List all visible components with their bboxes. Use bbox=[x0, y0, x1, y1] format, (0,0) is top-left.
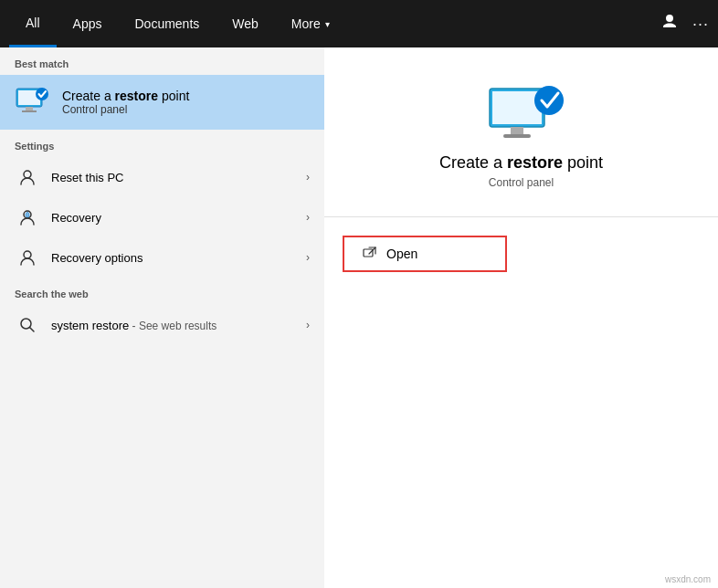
svg-rect-2 bbox=[26, 107, 33, 110]
svg-rect-11 bbox=[492, 91, 542, 124]
reset-pc-icon bbox=[15, 164, 40, 190]
tab-more-label: More bbox=[291, 16, 321, 31]
svg-point-5 bbox=[24, 171, 31, 178]
settings-label: Settings bbox=[0, 130, 324, 157]
right-actions: Open bbox=[324, 217, 718, 290]
best-match-item[interactable]: Create a restore point Control panel bbox=[0, 75, 324, 130]
settings-item-recovery[interactable]: Recovery › bbox=[0, 197, 324, 237]
open-icon bbox=[363, 247, 377, 261]
top-bar-right-icons: ··· bbox=[661, 14, 709, 34]
recovery-options-icon bbox=[15, 245, 40, 270]
svg-line-9 bbox=[30, 328, 35, 332]
right-top-section: Create a restore point Control panel bbox=[324, 47, 718, 217]
svg-rect-13 bbox=[503, 134, 531, 138]
recovery-options-label: Recovery options bbox=[51, 251, 306, 265]
tab-documents[interactable]: Documents bbox=[118, 0, 216, 47]
recovery-icon bbox=[15, 205, 40, 230]
chevron-right-icon: › bbox=[306, 171, 310, 184]
svg-point-4 bbox=[36, 88, 48, 100]
chevron-right-icon-2: › bbox=[306, 211, 310, 224]
best-match-subtitle: Control panel bbox=[62, 103, 189, 116]
web-search-text: system restore - See web results bbox=[51, 319, 306, 332]
right-panel: Create a restore point Control panel Ope… bbox=[324, 47, 718, 588]
recovery-label: Recovery bbox=[51, 211, 306, 225]
web-search-item[interactable]: system restore - See web results › bbox=[0, 305, 324, 345]
left-panel: Best match Create a restore point bbox=[0, 47, 324, 588]
settings-item-reset-pc[interactable]: Reset this PC › bbox=[0, 157, 324, 197]
chevron-down-icon: ▾ bbox=[325, 19, 330, 29]
tab-documents-label: Documents bbox=[134, 16, 199, 31]
watermark: wsxdn.com bbox=[665, 574, 711, 584]
best-match-title: Create a restore point bbox=[62, 89, 189, 103]
settings-item-recovery-options[interactable]: Recovery options › bbox=[0, 237, 324, 278]
chevron-right-icon-web: › bbox=[306, 319, 310, 331]
web-search-label: Search the web bbox=[0, 278, 324, 305]
svg-point-7 bbox=[24, 251, 31, 258]
tab-web-label: Web bbox=[232, 16, 259, 31]
right-subtitle: Control panel bbox=[489, 176, 554, 189]
reset-pc-label: Reset this PC bbox=[51, 171, 306, 184]
svg-rect-15 bbox=[364, 249, 373, 257]
main-content: Best match Create a restore point bbox=[0, 47, 718, 588]
best-match-text: Create a restore point Control panel bbox=[62, 89, 189, 116]
person-icon[interactable] bbox=[661, 14, 678, 34]
chevron-right-icon-3: › bbox=[306, 251, 310, 264]
right-title: Create a restore point bbox=[439, 153, 603, 173]
open-button[interactable]: Open bbox=[343, 236, 507, 272]
tab-apps[interactable]: Apps bbox=[57, 0, 119, 47]
svg-rect-3 bbox=[22, 110, 37, 112]
tab-all[interactable]: All bbox=[9, 0, 57, 47]
open-label: Open bbox=[386, 247, 417, 261]
tab-web[interactable]: Web bbox=[216, 0, 275, 47]
restore-point-icon bbox=[15, 84, 51, 121]
svg-rect-12 bbox=[511, 127, 523, 134]
svg-point-14 bbox=[534, 86, 564, 115]
nav-tabs: All Apps Documents Web More ▾ bbox=[9, 0, 346, 47]
best-match-label: Best match bbox=[0, 47, 324, 75]
right-app-icon bbox=[485, 84, 558, 139]
search-icon bbox=[15, 312, 40, 338]
more-options-icon[interactable]: ··· bbox=[692, 15, 709, 34]
tab-all-label: All bbox=[26, 16, 40, 30]
tab-apps-label: Apps bbox=[73, 16, 102, 31]
top-navigation-bar: All Apps Documents Web More ▾ ··· bbox=[0, 0, 718, 47]
tab-more[interactable]: More ▾ bbox=[275, 0, 346, 47]
